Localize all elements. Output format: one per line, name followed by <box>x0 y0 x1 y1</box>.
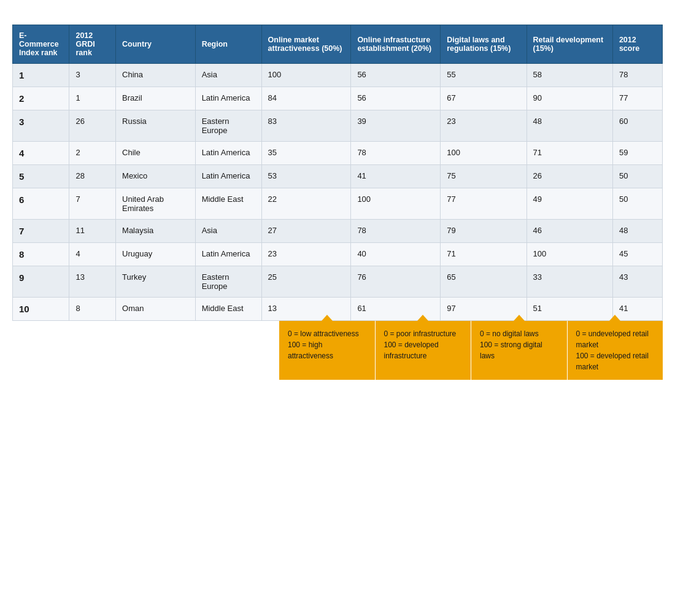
cell-score: 77 <box>612 87 662 110</box>
cell-retail: 90 <box>526 87 612 110</box>
footnote-infra: 0 = poor infrastructure 100 = developed … <box>376 321 471 380</box>
cell-retail: 58 <box>526 64 612 87</box>
cell-infra: 78 <box>351 142 441 165</box>
header-grdi: 2012 GRDI rank <box>69 25 116 64</box>
footnote-digital: 0 = no digital laws 100 = strong digital… <box>471 321 567 380</box>
cell-retail: 100 <box>526 243 612 266</box>
cell-online_market: 83 <box>261 110 351 142</box>
cell-score: 50 <box>612 188 662 220</box>
cell-rank: 10 <box>13 298 69 321</box>
cell-infra: 56 <box>351 87 441 110</box>
cell-score: 50 <box>612 165 662 188</box>
cell-grdi: 2 <box>69 142 116 165</box>
table-row: 711MalaysiaAsia2778794648 <box>13 220 663 243</box>
ecommerce-table: E-Commerce Index rank 2012 GRDI rank Cou… <box>12 25 663 321</box>
cell-region: Eastern Europe <box>195 110 261 142</box>
table-row: 84UruguayLatin America23407110045 <box>13 243 663 266</box>
cell-online_market: 100 <box>261 64 351 87</box>
cell-country: Uruguay <box>116 243 196 266</box>
cell-infra: 76 <box>351 266 441 298</box>
header-row: E-Commerce Index rank 2012 GRDI rank Cou… <box>13 25 663 64</box>
cell-score: 60 <box>612 110 662 142</box>
cell-online_market: 35 <box>261 142 351 165</box>
cell-score: 43 <box>612 266 662 298</box>
cell-country: Chile <box>116 142 196 165</box>
cell-infra: 100 <box>351 188 441 220</box>
table-row: 913TurkeyEastern Europe2576653343 <box>13 266 663 298</box>
footnote-infra-line2: 100 = developed infrastructure <box>384 341 439 360</box>
cell-country: Turkey <box>116 266 196 298</box>
cell-region: Latin America <box>195 142 261 165</box>
header-region: Region <box>195 25 261 64</box>
footnote-online-market: 0 = low attractiveness 100 = high attrac… <box>279 321 375 380</box>
cell-region: Latin America <box>195 165 261 188</box>
table-row: 326RussiaEastern Europe8339234860 <box>13 110 663 142</box>
header-rank: E-Commerce Index rank <box>13 25 69 64</box>
header-score: 2012 score <box>612 25 662 64</box>
header-digital: Digital laws and regulations (15%) <box>441 25 526 64</box>
cell-grdi: 8 <box>69 298 116 321</box>
cell-rank: 9 <box>13 266 69 298</box>
cell-rank: 7 <box>13 220 69 243</box>
cell-grdi: 4 <box>69 243 116 266</box>
cell-region: Latin America <box>195 243 261 266</box>
cell-region: Eastern Europe <box>195 266 261 298</box>
cell-score: 45 <box>612 243 662 266</box>
cell-rank: 3 <box>13 110 69 142</box>
cell-region: Asia <box>195 64 261 87</box>
table-row: 42ChileLatin America35781007159 <box>13 142 663 165</box>
cell-country: Malaysia <box>116 220 196 243</box>
cell-retail: 49 <box>526 188 612 220</box>
cell-region: Middle East <box>195 188 261 220</box>
footnote-spacer <box>12 321 279 380</box>
cell-country: United Arab Emirates <box>116 188 196 220</box>
cell-retail: 51 <box>526 298 612 321</box>
cell-grdi: 11 <box>69 220 116 243</box>
cell-score: 78 <box>612 64 662 87</box>
footnotes-row: 0 = low attractiveness 100 = high attrac… <box>12 321 663 380</box>
cell-digital: 23 <box>441 110 526 142</box>
cell-digital: 55 <box>441 64 526 87</box>
cell-rank: 2 <box>13 87 69 110</box>
header-online-market: Online market attractiveness (50%) <box>261 25 351 64</box>
cell-grdi: 7 <box>69 188 116 220</box>
footnote-retail-line1: 0 = undeveloped retail market <box>576 329 649 349</box>
cell-online_market: 84 <box>261 87 351 110</box>
header-retail: Retail development (15%) <box>526 25 612 64</box>
cell-region: Middle East <box>195 298 261 321</box>
cell-grdi: 28 <box>69 165 116 188</box>
cell-retail: 48 <box>526 110 612 142</box>
table-row: 67United Arab EmiratesMiddle East2210077… <box>13 188 663 220</box>
cell-infra: 39 <box>351 110 441 142</box>
cell-digital: 75 <box>441 165 526 188</box>
cell-grdi: 13 <box>69 266 116 298</box>
cell-online_market: 13 <box>261 298 351 321</box>
cell-online_market: 27 <box>261 220 351 243</box>
footnote-infra-line1: 0 = poor infrastructure <box>384 329 457 338</box>
cell-grdi: 3 <box>69 64 116 87</box>
cell-online_market: 25 <box>261 266 351 298</box>
cell-online_market: 22 <box>261 188 351 220</box>
cell-score: 59 <box>612 142 662 165</box>
cell-region: Asia <box>195 220 261 243</box>
header-infra: Online infrastucture establishment (20%) <box>351 25 441 64</box>
cell-retail: 71 <box>526 142 612 165</box>
cell-country: Mexico <box>116 165 196 188</box>
cell-digital: 67 <box>441 87 526 110</box>
cell-digital: 100 <box>441 142 526 165</box>
cell-grdi: 1 <box>69 87 116 110</box>
cell-digital: 77 <box>441 188 526 220</box>
cell-country: Oman <box>116 298 196 321</box>
table-wrapper: E-Commerce Index rank 2012 GRDI rank Cou… <box>12 25 663 380</box>
cell-online_market: 23 <box>261 243 351 266</box>
cell-retail: 26 <box>526 165 612 188</box>
cell-rank: 1 <box>13 64 69 87</box>
cell-grdi: 26 <box>69 110 116 142</box>
cell-rank: 5 <box>13 165 69 188</box>
footnote-online-market-line2: 100 = high attractiveness <box>288 341 333 360</box>
footnote-online-market-line1: 0 = low attractiveness <box>288 329 359 338</box>
cell-retail: 46 <box>526 220 612 243</box>
cell-digital: 71 <box>441 243 526 266</box>
cell-score: 48 <box>612 220 662 243</box>
footnote-digital-line2: 100 = strong digital laws <box>480 341 542 360</box>
